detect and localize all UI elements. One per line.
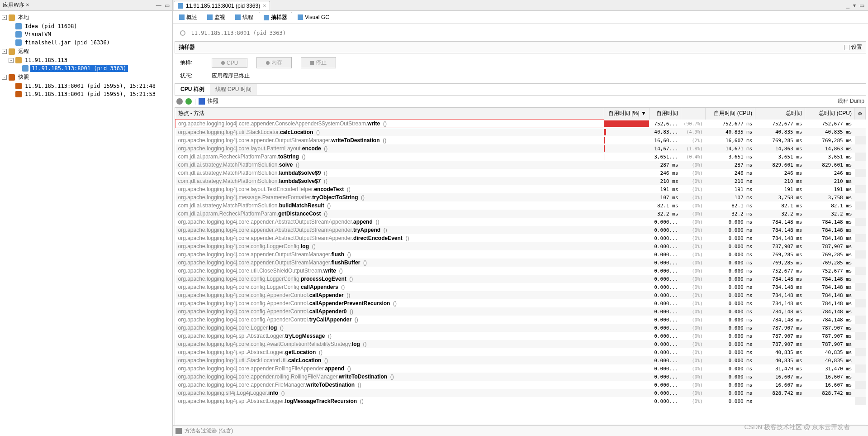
tree-node[interactable]: -11.91.185.113 — [1, 56, 171, 64]
hotspots-table: 热点 - 方法自用时间 [%] ▼自用时间自用时间 (CPU)总时间总时间 (C… — [175, 108, 866, 405]
node-icon — [22, 65, 28, 72]
table-row[interactable]: com.jdl.ai.param.RecheckPlatformParam.to… — [175, 153, 866, 161]
table-row[interactable]: org.apache.logging.log4j.core.config.App… — [175, 291, 866, 299]
table-settings-icon[interactable]: ⚙ — [855, 108, 866, 120]
subtab-4[interactable]: Visual GC — [293, 12, 334, 23]
table-row[interactable]: org.apache.logging.log4j.core.config.App… — [175, 307, 866, 316]
pill-tab-1[interactable]: 线程 CPU 时间 — [210, 84, 257, 95]
expand-icon[interactable]: - — [9, 58, 14, 63]
tree-node[interactable]: 11.91.185.113:8001 (pid 15955), 15:21:48 — [1, 82, 171, 90]
editor-tab[interactable]: 11.91.185.113:8001 (pid 3363) × — [174, 1, 270, 10]
table-row[interactable]: org.apache.logging.log4j.core.appender.F… — [175, 381, 866, 389]
cpu-button[interactable]: CPU — [212, 58, 247, 68]
tree-node[interactable]: 11.91.185.113:8001 (pid 15955), 15:21:53 — [1, 90, 171, 98]
panel-title: 应用程序 × — [3, 1, 29, 9]
settings-checkbox[interactable] — [844, 45, 849, 50]
table-row[interactable]: com.jdl.ai.param.RecheckPlatformParam.ge… — [175, 210, 866, 218]
table-row[interactable]: org.apache.logging.log4j.core.appender.O… — [175, 259, 866, 267]
node-label: 11.91.185.113 — [24, 57, 69, 64]
table-row[interactable]: org.apache.logging.log4j.core.appender.O… — [175, 136, 866, 144]
expand-icon[interactable]: - — [2, 49, 7, 54]
win-max-icon[interactable]: ▭ — [859, 2, 864, 9]
col-header[interactable]: 自用时间 — [649, 108, 681, 120]
window-controls: ⎯ ▾ ▭ — [843, 1, 868, 10]
table-row[interactable]: org.apache.logging.log4j.core.appender.A… — [175, 218, 866, 226]
filter-icon[interactable] — [175, 428, 182, 434]
table-row[interactable]: org.apache.logging.log4j.core.config.Log… — [175, 242, 866, 250]
memory-button[interactable]: 内存 — [256, 57, 292, 68]
col-header[interactable]: 热点 - 方法 — [175, 108, 604, 120]
tree-node[interactable]: -远程 — [1, 47, 171, 56]
node-label: 快照 — [17, 73, 30, 81]
win-min-icon[interactable]: ⎯ — [846, 2, 849, 9]
col-header[interactable] — [681, 108, 705, 120]
thread-dump-link[interactable]: 线程 Dump — [838, 97, 864, 105]
subtab-icon — [298, 14, 303, 20]
close-tab-icon[interactable]: × — [263, 3, 266, 9]
snapshot-icon[interactable] — [199, 98, 205, 105]
table-row[interactable]: org.apache.logging.log4j.core.config.Log… — [175, 275, 866, 283]
tree-node[interactable]: -本地 — [1, 13, 171, 22]
table-row[interactable]: org.apache.logging.log4j.core.Logger.log… — [175, 324, 866, 332]
subtab-0[interactable]: 概述 — [175, 12, 202, 23]
table-row[interactable]: org.apache.logging.log4j.core.appender.C… — [175, 120, 866, 128]
status-value: 应用程序已终止 — [212, 72, 250, 80]
view-tabs: 概述监视线程抽样器Visual GC — [173, 11, 868, 24]
table-row[interactable]: org.apache.logging.log4j.core.config.App… — [175, 316, 866, 324]
table-row[interactable]: org.apache.logging.log4j.core.appender.R… — [175, 364, 866, 373]
col-header[interactable]: 总时间 — [755, 108, 805, 120]
table-row[interactable]: org.apache.logging.log4j.core.appender.O… — [175, 250, 866, 259]
table-row[interactable]: org.apache.logging.log4j.spi.AbstractLog… — [175, 397, 866, 405]
tree-node[interactable]: Idea (pid 11608) — [1, 22, 171, 30]
tree-node[interactable]: finalshell.jar (pid 16336) — [1, 38, 171, 47]
table-row[interactable]: com.jdl.ai.strategy.MatchPlatformSolutio… — [175, 169, 866, 177]
filter-bar: 方法名过滤器 (包含) — [173, 425, 868, 436]
col-header[interactable]: 自用时间 [%] ▼ — [604, 108, 649, 120]
status-row: 状态: 应用程序已终止 — [173, 72, 868, 83]
table-row[interactable]: org.apache.logging.log4j.core.config.Log… — [175, 283, 866, 291]
table-row[interactable]: org.apache.logging.log4j.core.appender.r… — [175, 373, 866, 381]
pill-tab-0[interactable]: CPU 样例 — [175, 84, 210, 95]
table-row[interactable]: org.apache.logging.log4j.util.StackLocat… — [175, 128, 866, 137]
table-row[interactable]: org.apache.logging.slf4j.Log4jLogger.inf… — [175, 389, 866, 397]
table-row[interactable]: org.apache.logging.log4j.core.layout.Pat… — [175, 144, 866, 153]
tree-node[interactable]: VisualVM — [1, 30, 171, 38]
table-row[interactable]: org.apache.logging.log4j.core.config.App… — [175, 299, 866, 307]
table-row[interactable]: org.apache.logging.log4j.core.config.Awa… — [175, 340, 866, 348]
win-dropdown-icon[interactable]: ▾ — [853, 2, 856, 9]
table-row[interactable]: org.apache.logging.log4j.message.Paramet… — [175, 193, 866, 201]
sample-label: 抽样: — [180, 59, 203, 67]
col-header[interactable]: 自用时间 (CPU) — [706, 108, 755, 120]
table-row[interactable]: org.apache.logging.log4j.core.util.Close… — [175, 267, 866, 275]
table-row[interactable]: org.apache.logging.log4j.core.appender.A… — [175, 234, 866, 242]
table-row[interactable]: org.apache.logging.log4j.spi.AbstractLog… — [175, 332, 866, 340]
hotspots-table-wrap[interactable]: 热点 - 方法自用时间 [%] ▼自用时间自用时间 (CPU)总时间总时间 (C… — [175, 107, 866, 425]
table-row[interactable]: org.apache.logging.log4j.core.layout.Tex… — [175, 185, 866, 193]
subtab-3[interactable]: 抽样器 — [259, 12, 292, 23]
editor-tab-bar: 11.91.185.113:8001 (pid 3363) × ⎯ ▾ ▭ — [173, 0, 868, 11]
restore-panel-icon[interactable]: ▭ — [165, 2, 170, 9]
table-row[interactable]: org.apache.logging.log4j.core.appender.A… — [175, 226, 866, 234]
node-icon — [15, 83, 22, 89]
refresh-icon[interactable] — [185, 98, 192, 105]
tree-node[interactable]: 11.91.185.113:8001 (pid 3363) — [1, 64, 171, 72]
pause-icon[interactable] — [176, 98, 183, 105]
table-row[interactable]: com.jdl.ai.strategy.MatchPlatformSolutio… — [175, 177, 866, 185]
applications-tree[interactable]: -本地Idea (pid 11608)VisualVMfinalshell.ja… — [0, 11, 172, 436]
col-header[interactable]: 总时间 (CPU) — [805, 108, 855, 120]
node-icon — [15, 23, 22, 29]
table-row[interactable]: com.jdl.ai.strategy.MatchPlatformSolutio… — [175, 201, 866, 210]
subtab-icon — [264, 15, 269, 20]
subtab-1[interactable]: 监视 — [203, 12, 230, 23]
minimize-panel-icon[interactable]: — — [156, 2, 161, 9]
tree-node[interactable]: -快照 — [1, 72, 171, 82]
subtab-2[interactable]: 线程 — [231, 12, 258, 23]
node-label: finalshell.jar (pid 16336) — [24, 39, 111, 46]
expand-icon[interactable]: - — [2, 15, 7, 20]
table-row[interactable]: org.apache.logging.log4j.util.StackLocat… — [175, 356, 866, 364]
table-row[interactable]: com.jdl.ai.strategy.MatchPlatformSolutio… — [175, 161, 866, 169]
expand-icon[interactable]: - — [2, 75, 7, 80]
stop-button[interactable]: 停止 — [301, 57, 336, 68]
table-row[interactable]: org.apache.logging.log4j.spi.AbstractLog… — [175, 348, 866, 356]
node-label: 11.91.185.113:8001 (pid 3363) — [30, 65, 128, 72]
